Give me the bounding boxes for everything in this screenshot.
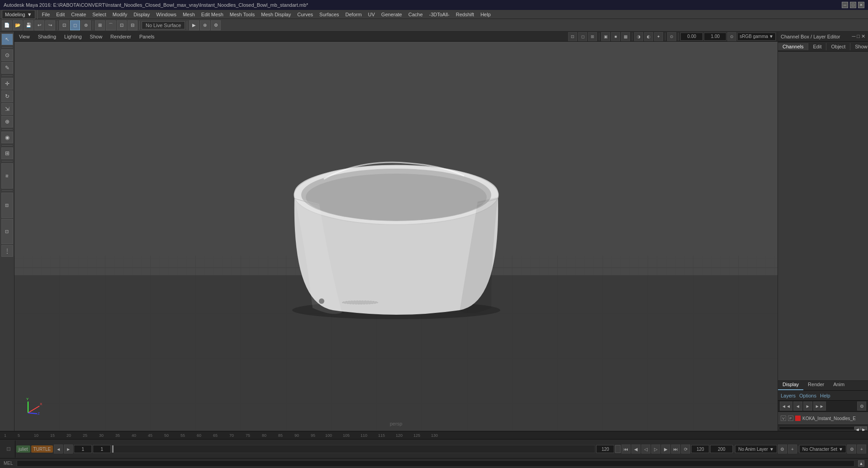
tab-object[interactable]: Object <box>826 43 850 50</box>
help-link[interactable]: Help <box>820 393 830 398</box>
mel-input[interactable] <box>17 460 854 467</box>
tab-channels[interactable]: Channels <box>778 43 808 50</box>
lasso-select-button[interactable]: ⊙ <box>1 49 13 61</box>
playhead[interactable] <box>112 445 114 453</box>
ambient-occlusion-button[interactable]: ◐ <box>644 32 653 41</box>
modeling-dropdown[interactable]: Modeling ▼ <box>2 10 35 19</box>
textured-button[interactable]: ▩ <box>621 32 630 41</box>
menu-surfaces[interactable]: Surfaces <box>317 11 342 18</box>
lighting-menu[interactable]: Lighting <box>62 33 85 40</box>
layer-color-swatch[interactable] <box>795 416 801 421</box>
render-setup-group[interactable]: ⊡ <box>1 219 13 244</box>
select-by-hierarchy-button[interactable]: ⊡ <box>59 20 69 30</box>
menu-mesh-tools[interactable]: Mesh Tools <box>227 11 257 18</box>
timeline-track[interactable] <box>112 445 595 453</box>
menu-modify[interactable]: Modify <box>110 11 130 18</box>
menu-curves[interactable]: Curves <box>294 11 316 18</box>
menu-file[interactable]: File <box>39 11 53 18</box>
snap-to-point-button[interactable]: ⊡ <box>117 20 127 30</box>
panels-menu[interactable]: Panels <box>137 33 157 40</box>
more-tools-button[interactable]: ⋮ <box>1 245 13 257</box>
layer-scrollbar[interactable]: ◄ ► <box>778 425 868 431</box>
layer-next-btn[interactable]: ► <box>803 402 812 411</box>
render-button[interactable]: ▶ <box>189 20 199 30</box>
options-link[interactable]: Options <box>799 393 816 398</box>
shading-menu[interactable]: Shading <box>35 33 59 40</box>
layout-tool-group[interactable]: ⊟ <box>1 193 13 218</box>
isolate-select-button[interactable]: ◻ <box>578 32 587 41</box>
no-character-set[interactable]: No Character Set ▼ <box>799 445 846 453</box>
menu-generate[interactable]: Generate <box>379 11 405 18</box>
tab-show[interactable]: Show <box>850 43 868 50</box>
skip-to-end-btn[interactable]: ⏭ <box>671 444 680 454</box>
cb-minimize-btn[interactable]: ─ <box>852 33 856 39</box>
anim-layer-add-btn[interactable]: + <box>788 444 797 454</box>
step-back-btn[interactable]: ◀ <box>631 444 640 454</box>
menu-uv[interactable]: UV <box>365 11 378 18</box>
ipr-render-button[interactable]: ⊛ <box>200 20 210 30</box>
anim-layer-options-btn[interactable]: ⚙ <box>778 444 787 454</box>
menu-mesh-display[interactable]: Mesh Display <box>258 11 294 18</box>
undo-button[interactable]: ↩ <box>34 20 44 30</box>
sculpt-tool-group[interactable]: ≋ <box>1 163 13 189</box>
select-by-component-button[interactable]: ⊚ <box>81 20 91 30</box>
selection-highlight-button[interactable]: ⊙ <box>667 32 676 41</box>
show-menu[interactable]: Show <box>87 33 105 40</box>
tab-render[interactable]: Render <box>803 381 829 390</box>
select-tool-button[interactable]: ↖ <box>1 33 13 45</box>
gamma-profile[interactable]: sRGB gamma ▼ <box>737 33 776 41</box>
move-tool-button[interactable]: ✛ <box>1 78 13 90</box>
camera-attrs-button[interactable]: ⊡ <box>568 32 577 41</box>
timeline-end-range[interactable]: 120 <box>691 445 709 453</box>
tab-edit[interactable]: Edit <box>808 43 826 50</box>
timeline-ruler[interactable]: 1 5 10 15 20 25 30 35 40 45 50 55 60 65 … <box>0 431 868 440</box>
menu-edit[interactable]: Edit <box>53 11 67 18</box>
timeline-total-end[interactable]: 200 <box>710 445 733 453</box>
select-by-object-button[interactable]: ◻ <box>70 20 80 30</box>
minimize-button[interactable]: ─ <box>842 2 848 8</box>
no-anim-layer[interactable]: No Anim Layer ▼ <box>735 445 777 453</box>
soft-mod-button[interactable]: ◉ <box>1 132 13 143</box>
no-live-surface[interactable]: No Live Surface <box>142 21 185 29</box>
menu-redshift[interactable]: Redshift <box>453 11 477 18</box>
snap-to-grid-button[interactable]: ⊞ <box>95 20 105 30</box>
rotate-tool-button[interactable]: ↻ <box>1 90 13 102</box>
mel-expand-btn[interactable]: ▲ <box>858 460 864 467</box>
next-frame-nav-btn[interactable]: ► <box>64 444 73 454</box>
layers-link[interactable]: Layers <box>781 393 796 398</box>
open-scene-button[interactable]: 📂 <box>13 20 23 30</box>
current-frame-num-1[interactable]: 1 <box>74 445 92 453</box>
tab-anim[interactable]: Anim <box>829 381 849 390</box>
menu-3dtoall[interactable]: -3DToAll- <box>427 11 452 18</box>
solid-button[interactable]: ■ <box>611 32 620 41</box>
play-fwd-btn[interactable]: ▷ <box>651 444 660 454</box>
menu-deform[interactable]: Deform <box>343 11 365 18</box>
menu-cache[interactable]: Cache <box>406 11 426 18</box>
close-button[interactable]: ✕ <box>858 2 864 8</box>
juliet-tag[interactable]: juliet <box>16 445 30 453</box>
menu-help[interactable]: Help <box>478 11 493 18</box>
viewport-canvas[interactable]: X Y Z persp <box>14 42 778 431</box>
menu-display[interactable]: Display <box>131 11 152 18</box>
tab-display[interactable]: Display <box>778 381 803 390</box>
menu-edit-mesh[interactable]: Edit Mesh <box>199 11 226 18</box>
layer-name-label[interactable]: KOKA_Instant_Noodles_E <box>802 416 856 421</box>
antialiasing-button[interactable]: ✦ <box>654 32 663 41</box>
save-scene-button[interactable]: 💾 <box>24 20 33 30</box>
scale-tool-button[interactable]: ⇲ <box>1 103 13 115</box>
frame-all-button[interactable]: ⊞ <box>588 32 597 41</box>
maximize-button[interactable]: □ <box>850 2 856 8</box>
turtle-tag[interactable]: TURTLE <box>31 445 53 453</box>
exposure-value[interactable]: 0.00 <box>680 33 703 41</box>
layer-skip-end-btn[interactable]: ►► <box>813 402 826 411</box>
cb-close-btn[interactable]: ✕ <box>861 33 865 39</box>
layer-options-btn[interactable]: ⚙ <box>857 402 866 411</box>
renderer-menu[interactable]: Renderer <box>108 33 134 40</box>
wireframe-button[interactable]: ▣ <box>601 32 610 41</box>
universal-manip-button[interactable]: ⊕ <box>1 116 13 128</box>
snap-to-curve-button[interactable]: ⌒ <box>106 20 116 30</box>
cb-maximize-btn[interactable]: □ <box>857 33 860 39</box>
menu-select[interactable]: Select <box>90 11 109 18</box>
layer-visibility-toggle[interactable]: V <box>781 416 786 421</box>
new-scene-button[interactable]: 📄 <box>2 20 12 30</box>
